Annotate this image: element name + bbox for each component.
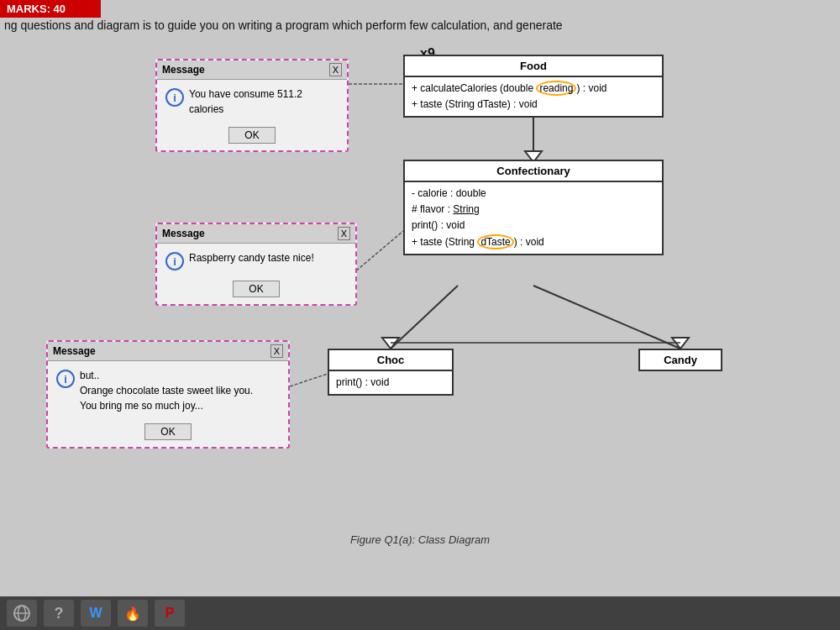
dialog3-line2: Orange chocolate taste sweet like you.	[80, 383, 253, 398]
dialog2-body: i Raspberry candy taste nice!	[157, 244, 355, 277]
globe-icon	[13, 604, 31, 622]
choc-body: print() : void	[329, 371, 452, 394]
dialog1-titlebar: Message X	[157, 60, 347, 80]
dialog2-close-button[interactable]: X	[338, 227, 350, 240]
question-icon: ?	[55, 605, 64, 622]
candy-title: Candy	[640, 350, 721, 370]
dialog1-title: Message	[162, 64, 205, 76]
svg-line-2	[391, 286, 458, 349]
dialog2-icon: i	[165, 252, 184, 270]
message-dialog-1: Message X i You have consume 511.2 calor…	[155, 59, 349, 152]
dialog1-ok-button[interactable]: OK	[228, 127, 275, 144]
dialog2-ok-button[interactable]: OK	[233, 281, 279, 297]
taskbar-w-button[interactable]: W	[81, 600, 111, 627]
dialog3-titlebar: Message X	[48, 342, 288, 361]
w-icon: W	[89, 606, 102, 621]
dialog3-line3: You bring me so much joy...	[80, 398, 253, 413]
fire-icon: 🔥	[124, 606, 141, 622]
marks-label: MARKS: 40	[0, 0, 101, 18]
choc-title: Choc	[329, 350, 452, 371]
food-title: Food	[405, 56, 662, 77]
conf-field2: # flavor : String	[412, 202, 655, 218]
conf-method2: + taste (String dTaste) : void	[412, 234, 655, 250]
svg-line-4	[533, 286, 680, 349]
conf-method1: print() : void	[412, 218, 655, 234]
dialog1-body: i You have consume 511.2 calories	[157, 80, 347, 123]
dialog1-icon: i	[165, 88, 184, 107]
figure-caption: Figure Q1(a): Class Diagram	[0, 533, 840, 546]
choc-uml-box: Choc print() : void	[328, 349, 454, 396]
diagram-area: x9 Food + calculateCalories (double read…	[0, 38, 840, 592]
confectionary-body: - calorie : double # flavor : String pri…	[405, 182, 662, 254]
dialog3-title: Message	[53, 345, 96, 357]
message-dialog-2: Message X i Raspberry candy taste nice! …	[155, 223, 357, 306]
svg-marker-3	[382, 338, 399, 349]
food-method1: + calculateCalories (double reading) : v…	[412, 81, 655, 97]
conf-field1: - calorie : double	[412, 186, 655, 202]
dialog2-titlebar: Message X	[157, 224, 355, 244]
message-dialog-3: Message X i but.. Orange chocolate taste…	[46, 340, 290, 449]
svg-marker-5	[672, 338, 689, 349]
dialog3-line1: but..	[80, 368, 253, 383]
instruction-text: ng questions and diagram is to guide you…	[0, 18, 840, 32]
p-icon: P	[165, 606, 175, 621]
dialog2-text: Raspberry candy taste nice!	[189, 250, 314, 265]
candy-uml-box: Candy	[638, 349, 722, 371]
diagram-arrows	[0, 38, 840, 592]
taskbar-p-button[interactable]: P	[155, 600, 185, 627]
svg-line-9	[290, 374, 328, 386]
confectionary-uml-box: Confectionary - calorie : double # flavo…	[403, 160, 664, 255]
taskbar: ? W 🔥 P	[0, 596, 840, 630]
dialog1-text: You have consume 511.2 calories	[189, 87, 339, 117]
taskbar-question-button[interactable]: ?	[44, 600, 74, 627]
food-uml-box: Food + calculateCalories (double reading…	[403, 55, 664, 118]
food-body: + calculateCalories (double reading) : v…	[405, 77, 662, 116]
dialog2-title: Message	[162, 228, 205, 239]
taskbar-globe-button[interactable]	[7, 600, 37, 627]
food-method2: + taste (String dTaste) : void	[412, 97, 655, 113]
dialog3-icon: i	[56, 370, 75, 388]
dialog1-close-button[interactable]: X	[329, 63, 342, 76]
dialog3-text: but.. Orange chocolate taste sweet like …	[80, 368, 253, 413]
dialog3-ok-button[interactable]: OK	[144, 423, 191, 440]
confectionary-title: Confectionary	[405, 161, 662, 182]
dialog3-close-button[interactable]: X	[270, 344, 283, 358]
dialog3-body: i but.. Orange chocolate taste sweet lik…	[48, 361, 288, 420]
choc-method1: print() : void	[336, 375, 445, 391]
taskbar-fire-button[interactable]: 🔥	[118, 600, 148, 627]
